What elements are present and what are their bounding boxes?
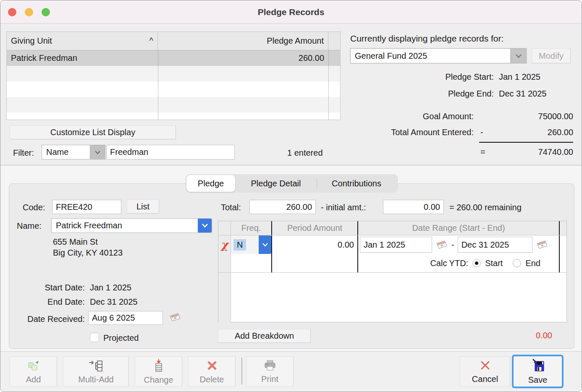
total-entered-value: 260.00: [489, 128, 573, 137]
frequency-value: N: [233, 239, 246, 251]
chevron-down-icon[interactable]: [259, 235, 271, 254]
column-header-date-range: Date Range (Start - End): [358, 221, 560, 235]
remaining-text: = 260.00 remaining: [449, 203, 522, 212]
fund-selector-dropdown[interactable]: General Fund 2025: [350, 48, 527, 63]
code-label: Code:: [23, 203, 45, 212]
add-record-icon: [27, 359, 40, 374]
table-row-empty: [7, 66, 340, 81]
page-title: Pledge Records: [0, 0, 582, 24]
breakdown-row-options: Calc YTD: Start End: [218, 254, 566, 273]
filter-value-input[interactable]: [106, 145, 235, 159]
save-floppy-icon: [531, 358, 545, 374]
goal-amount-value: 75000.00: [489, 112, 573, 121]
table-row-empty: [7, 112, 340, 120]
calendar-picker-icon[interactable]: [435, 240, 448, 250]
add-breakdown-button[interactable]: Add Breakdown: [218, 329, 311, 343]
multi-add-icon: [89, 359, 104, 374]
cancel-button[interactable]: Cancel: [460, 356, 510, 387]
calc-ytd-start-radio[interactable]: [472, 259, 481, 267]
pledge-start-label: Pledge Start:: [378, 72, 494, 82]
pledge-tab-bar: Pledge Pledge Detail Contributions: [186, 174, 398, 193]
change-button[interactable]: Change: [135, 356, 182, 387]
modify-button[interactable]: Modify: [532, 48, 571, 63]
address-line2: Big City, KY 40123: [53, 248, 123, 258]
calc-ytd-start-label[interactable]: Start: [485, 259, 503, 268]
printer-icon: [263, 360, 277, 374]
close-window-icon[interactable]: [8, 8, 16, 16]
pledge-records-window: Pledge Records Giving Unit ^ Pledge Amou…: [0, 0, 582, 392]
delete-button[interactable]: Delete: [188, 356, 236, 387]
start-date-label: Start Date:: [18, 283, 85, 293]
entered-count: 1 entered: [287, 148, 323, 158]
add-button[interactable]: Add: [10, 356, 57, 387]
date-range-dash: -: [451, 240, 454, 250]
chevron-down-icon[interactable]: [198, 219, 212, 233]
save-button[interactable]: Save: [512, 355, 564, 388]
calc-ytd-end-radio[interactable]: [513, 259, 521, 267]
projected-label: Projected: [103, 333, 139, 343]
total-label: Total:: [221, 203, 241, 212]
calendar-picker-icon[interactable]: [536, 240, 548, 250]
column-header-scroll-gutter: [328, 32, 340, 50]
end-date-label: End Date:: [18, 297, 85, 307]
period-amount-cell[interactable]: 0.00: [272, 235, 358, 254]
cancel-x-icon: [479, 360, 491, 374]
tab-pledge[interactable]: Pledge: [186, 175, 235, 192]
column-header-period-amount: Period Amount: [272, 221, 358, 235]
fund-heading: Currently displaying pledge records for:: [350, 34, 503, 44]
tab-contributions[interactable]: Contributions: [317, 175, 396, 192]
pledge-end-label: Pledge End:: [378, 89, 494, 99]
breakdown-table: Freq. Period Amount Date Range (Start - …: [218, 221, 567, 322]
date-received-label: Date Received:: [12, 314, 85, 324]
sum-divider: [479, 142, 573, 143]
breakdown-row: χ N 0.00: [218, 235, 566, 254]
date-range-end-input[interactable]: [458, 237, 532, 253]
toolbar-divider: [241, 358, 242, 384]
customize-list-display-button[interactable]: Customize List Display: [10, 125, 176, 139]
total-entered-label: Total Amount Entered:: [362, 128, 474, 137]
calc-ytd-end-label[interactable]: End: [525, 259, 540, 268]
chevron-down-icon: [510, 49, 526, 63]
delete-record-icon: [206, 359, 218, 374]
remaining-goal-value: 74740.00: [489, 147, 573, 157]
calc-ytd-label: Calc YTD:: [430, 259, 468, 268]
start-date-value: Jan 1 2025: [90, 283, 131, 293]
initial-amount-input[interactable]: [383, 200, 444, 214]
print-button[interactable]: Print: [246, 356, 294, 387]
delete-breakdown-row-icon[interactable]: χ: [218, 235, 231, 254]
chevron-down-icon: [90, 145, 105, 159]
equals-sign: =: [480, 147, 485, 157]
filter-field-dropdown[interactable]: Name: [42, 145, 105, 159]
minimize-window-icon[interactable]: [25, 8, 33, 16]
change-record-icon: [154, 359, 164, 374]
date-range-start-input[interactable]: [360, 237, 432, 253]
calendar-picker-icon[interactable]: [169, 312, 181, 324]
pledge-end-value: Dec 31 2025: [499, 89, 546, 99]
pledge-form-panel: Code: List Name: Patrick Freedman 655 Ma…: [9, 183, 574, 349]
multi-add-button[interactable]: Multi-Add: [63, 356, 129, 387]
list-button[interactable]: List: [127, 199, 159, 214]
giving-unit-table-header: Giving Unit ^ Pledge Amount: [7, 32, 340, 50]
column-header-pledge-amount[interactable]: Pledge Amount: [158, 32, 328, 50]
unallocated-amount: 0.00: [510, 331, 552, 340]
tab-pledge-detail[interactable]: Pledge Detail: [235, 175, 317, 192]
initial-amount-label: - initial amt.:: [321, 203, 366, 212]
column-header-giving-unit[interactable]: Giving Unit ^: [7, 32, 158, 50]
giving-unit-table: Giving Unit ^ Pledge Amount Patrick Free…: [6, 31, 341, 120]
goal-amount-label: Goal Amount:: [362, 112, 474, 121]
zoom-window-icon[interactable]: [42, 8, 50, 16]
frequency-dropdown[interactable]: N: [231, 235, 272, 254]
date-received-input[interactable]: [88, 311, 163, 325]
table-row-empty: [7, 97, 340, 112]
bottom-toolbar: Add Multi-Add: [0, 351, 582, 392]
table-row-empty: [7, 81, 340, 97]
giving-unit-name: Patrick Freedman: [7, 50, 158, 66]
code-input[interactable]: [52, 200, 121, 214]
projected-checkbox[interactable]: [90, 333, 99, 342]
name-dropdown[interactable]: Patrick Freedman: [51, 218, 212, 233]
sort-ascending-icon: ^: [149, 36, 153, 46]
name-label: Name:: [17, 221, 42, 231]
table-row-selected[interactable]: Patrick Freedman 260.00: [7, 50, 340, 66]
total-input[interactable]: [249, 200, 316, 214]
pledge-amount-value: 260.00: [158, 50, 328, 66]
